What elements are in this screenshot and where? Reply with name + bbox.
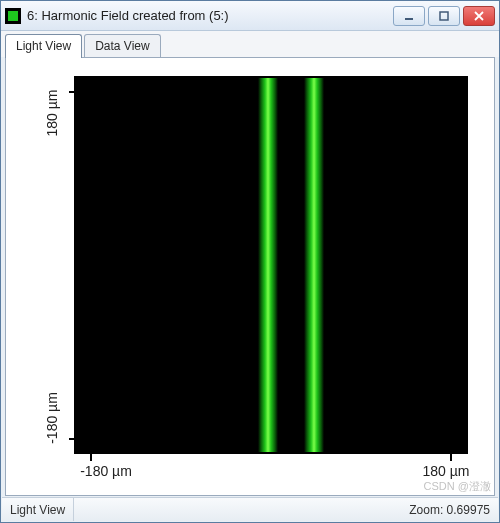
window-buttons: [393, 6, 495, 26]
zoom-value: 0.69975: [447, 503, 490, 517]
x-tick-right: [450, 454, 452, 461]
close-button[interactable]: [463, 6, 495, 26]
x-axis-label-right: 180 µm: [423, 463, 470, 479]
status-bar: Light View Zoom: 0.69975: [2, 497, 498, 521]
svg-rect-0: [405, 18, 413, 20]
x-tick-left: [90, 454, 92, 461]
close-icon: [474, 11, 484, 21]
y-tick-bottom: [69, 438, 76, 440]
svg-rect-1: [440, 12, 448, 20]
status-zoom: Zoom: 0.69975: [401, 503, 498, 517]
app-icon: [5, 8, 21, 24]
beam-left: [258, 78, 278, 452]
maximize-icon: [439, 11, 449, 21]
zoom-label: Zoom:: [409, 503, 443, 517]
minimize-icon: [404, 11, 414, 21]
content-pane: 180 µm -180 µm -180 µm 180 µm: [5, 57, 495, 496]
window-title: 6: Harmonic Field created from (5:): [27, 8, 393, 23]
tab-light-view[interactable]: Light View: [5, 34, 82, 58]
field-plot[interactable]: [74, 76, 468, 454]
titlebar[interactable]: 6: Harmonic Field created from (5:): [1, 1, 499, 31]
tab-strip: Light View Data View: [1, 31, 499, 57]
y-axis-label-top: 180 µm: [44, 90, 60, 137]
app-window: 6: Harmonic Field created from (5:) Ligh…: [0, 0, 500, 523]
tab-data-view[interactable]: Data View: [84, 34, 160, 58]
x-axis-label-left: -180 µm: [80, 463, 132, 479]
maximize-button[interactable]: [428, 6, 460, 26]
status-view: Light View: [2, 498, 74, 521]
y-axis-label-bottom: -180 µm: [44, 392, 60, 444]
minimize-button[interactable]: [393, 6, 425, 26]
plot-area[interactable]: 180 µm -180 µm -180 µm 180 µm: [6, 58, 494, 495]
beam-right: [304, 78, 324, 452]
y-tick-top: [69, 91, 76, 93]
